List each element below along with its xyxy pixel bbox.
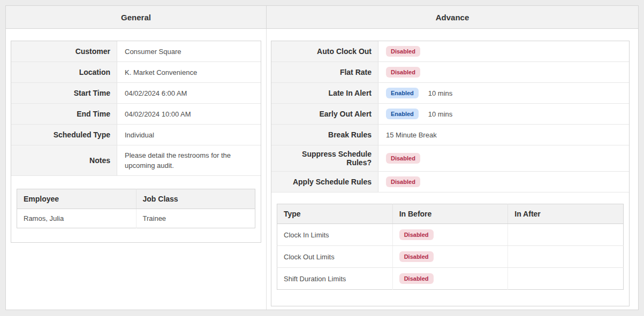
scheduled-type-label: Scheduled Type (11, 125, 117, 145)
section-body-row: Customer Consumer Square Location K. Mar… (6, 29, 638, 310)
clock-out-limits-in-after-cell (508, 246, 624, 268)
late-in-alert-minutes: 10 mins (428, 89, 453, 97)
field-row-auto-clock-out: Auto Clock Out Disabled (271, 41, 629, 62)
flat-rate-status-badge: Disabled (386, 67, 420, 78)
shift-duration-limits-in-before-cell: Disabled (392, 268, 508, 290)
general-panel: Customer Consumer Square Location K. Mar… (6, 29, 267, 310)
shift-duration-limits-in-after-cell (508, 268, 624, 290)
auto-clock-out-label: Auto Clock Out (271, 41, 378, 61)
field-row-notes: Notes Please detail the restrooms for th… (11, 145, 261, 176)
advance-card: Auto Clock Out Disabled Flat Rate Disabl… (271, 41, 630, 306)
break-rules-value: 15 Minute Break (378, 125, 629, 145)
in-before-column-header: In Before (392, 204, 508, 224)
general-section-title: General (6, 6, 267, 28)
field-row-location: Location K. Market Convenience (11, 62, 261, 83)
late-in-alert-status-badge: Enabled (386, 88, 419, 98)
employee-table: Employee Job Class Ramos, Julia Trainee (17, 189, 255, 228)
field-row-early-out-alert: Early Out Alert Enabled 10 mins (271, 104, 629, 125)
scheduled-type-value: Individual (117, 125, 261, 145)
advance-section-title: Advance (267, 6, 638, 28)
in-after-column-header: In After (508, 204, 624, 224)
field-row-late-in-alert: Late In Alert Enabled 10 mins (271, 83, 629, 104)
employee-table-row: Ramos, Julia Trainee (17, 209, 255, 228)
flat-rate-value: Disabled (378, 62, 629, 82)
customer-value: Consumer Square (117, 41, 261, 61)
field-row-customer: Customer Consumer Square (11, 41, 261, 62)
clock-out-limits-in-before-cell: Disabled (392, 246, 508, 268)
late-in-alert-label: Late In Alert (271, 83, 378, 103)
clock-in-limits-status-badge: Disabled (399, 229, 434, 240)
late-in-alert-value: Enabled 10 mins (378, 83, 629, 103)
suppress-schedule-rules-value: Disabled (378, 145, 629, 171)
employee-name-cell: Ramos, Julia (17, 209, 137, 228)
suppress-schedule-rules-label: Suppress Schedule Rules? (271, 145, 378, 171)
job-class-cell: Trainee (136, 209, 255, 228)
apply-schedule-rules-status-badge: Disabled (386, 176, 420, 187)
schedule-details-container: General Advance Customer Consumer Square… (5, 5, 639, 310)
field-row-scheduled-type: Scheduled Type Individual (11, 125, 261, 145)
field-row-apply-schedule-rules: Apply Schedule Rules Disabled (271, 172, 629, 192)
job-class-column-header: Job Class (136, 189, 255, 209)
clock-in-limits-in-before-cell: Disabled (392, 224, 508, 246)
clock-in-limits-type-cell: Clock In Limits (277, 224, 393, 246)
field-row-suppress-schedule-rules: Suppress Schedule Rules? Disabled (271, 145, 629, 172)
location-value: K. Market Convenience (117, 62, 261, 82)
clock-out-limits-type-cell: Clock Out Limits (277, 246, 393, 268)
start-time-value: 04/02/2024 6:00 AM (117, 83, 261, 103)
location-label: Location (11, 62, 117, 82)
apply-schedule-rules-value: Disabled (378, 172, 629, 192)
customer-label: Customer (11, 41, 117, 61)
shift-duration-limits-status-badge: Disabled (399, 273, 434, 284)
type-column-header: Type (277, 204, 393, 224)
suppress-schedule-rules-status-badge: Disabled (386, 153, 420, 164)
limits-table-area: Type In Before In After Clock In Limits … (271, 192, 629, 306)
early-out-alert-value: Enabled 10 mins (378, 104, 629, 124)
early-out-alert-status-badge: Enabled (386, 109, 419, 119)
auto-clock-out-value: Disabled (378, 41, 629, 61)
limits-row-shift-duration: Shift Duration Limits Disabled (277, 268, 624, 290)
break-rules-label: Break Rules (271, 125, 378, 145)
limits-table: Type In Before In After Clock In Limits … (277, 204, 624, 290)
notes-value: Please detail the restrooms for the upco… (117, 145, 261, 175)
early-out-alert-minutes: 10 mins (428, 110, 453, 118)
notes-label: Notes (11, 145, 117, 175)
limits-row-clock-out: Clock Out Limits Disabled (277, 246, 624, 268)
auto-clock-out-status-badge: Disabled (386, 46, 420, 57)
flat-rate-label: Flat Rate (271, 62, 378, 82)
general-card: Customer Consumer Square Location K. Mar… (11, 41, 261, 243)
end-time-label: End Time (11, 104, 117, 124)
clock-in-limits-in-after-cell (508, 224, 624, 246)
end-time-value: 04/02/2024 10:00 AM (117, 104, 261, 124)
employee-table-header-row: Employee Job Class (17, 189, 255, 209)
section-header-row: General Advance (6, 6, 638, 29)
apply-schedule-rules-label: Apply Schedule Rules (271, 172, 378, 192)
limits-table-header-row: Type In Before In After (277, 204, 624, 224)
employee-table-area: Employee Job Class Ramos, Julia Trainee (11, 176, 261, 242)
field-row-break-rules: Break Rules 15 Minute Break (271, 125, 629, 145)
field-row-flat-rate: Flat Rate Disabled (271, 62, 629, 83)
start-time-label: Start Time (11, 83, 117, 103)
field-row-end-time: End Time 04/02/2024 10:00 AM (11, 104, 261, 125)
advance-panel: Auto Clock Out Disabled Flat Rate Disabl… (267, 29, 638, 310)
early-out-alert-label: Early Out Alert (271, 104, 378, 124)
shift-duration-limits-type-cell: Shift Duration Limits (277, 268, 393, 290)
field-row-start-time: Start Time 04/02/2024 6:00 AM (11, 83, 261, 104)
limits-row-clock-in: Clock In Limits Disabled (277, 224, 624, 246)
employee-column-header: Employee (17, 189, 137, 209)
clock-out-limits-status-badge: Disabled (399, 251, 434, 262)
